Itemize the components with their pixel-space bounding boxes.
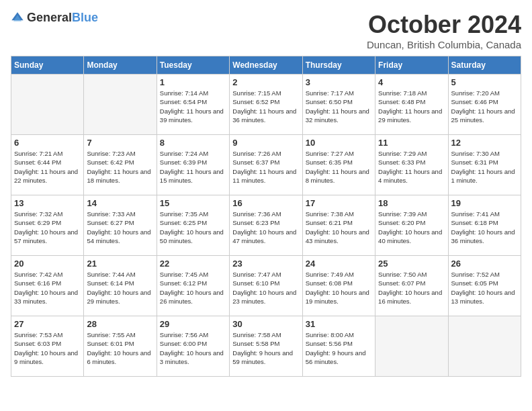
day-info: Sunrise: 7:26 AM Sunset: 6:37 PM Dayligh… xyxy=(232,149,299,185)
header-day-monday: Monday xyxy=(84,56,157,75)
calendar-cell: 13Sunrise: 7:32 AM Sunset: 6:29 PM Dayli… xyxy=(11,195,84,256)
day-number: 22 xyxy=(160,259,226,269)
calendar-cell: 12Sunrise: 7:30 AM Sunset: 6:31 PM Dayli… xyxy=(448,135,521,195)
day-info: Sunrise: 7:58 AM Sunset: 5:58 PM Dayligh… xyxy=(232,330,299,366)
day-number: 4 xyxy=(378,77,445,87)
day-number: 3 xyxy=(306,77,372,87)
day-number: 27 xyxy=(14,319,81,329)
logo-icon xyxy=(11,11,24,25)
day-number: 15 xyxy=(160,198,226,208)
calendar-cell: 26Sunrise: 7:52 AM Sunset: 6:05 PM Dayli… xyxy=(448,256,521,316)
day-info: Sunrise: 7:55 AM Sunset: 6:01 PM Dayligh… xyxy=(87,330,153,366)
day-info: Sunrise: 7:45 AM Sunset: 6:12 PM Dayligh… xyxy=(160,270,226,306)
day-number: 17 xyxy=(306,198,372,208)
day-info: Sunrise: 7:53 AM Sunset: 6:03 PM Dayligh… xyxy=(14,330,81,366)
title-area: October 2024 Duncan, British Columbia, C… xyxy=(367,11,521,50)
day-info: Sunrise: 7:33 AM Sunset: 6:27 PM Dayligh… xyxy=(87,210,153,245)
day-number: 10 xyxy=(306,138,372,148)
day-info: Sunrise: 7:30 AM Sunset: 6:31 PM Dayligh… xyxy=(451,149,518,185)
day-info: Sunrise: 7:20 AM Sunset: 6:46 PM Dayligh… xyxy=(451,89,518,124)
day-info: Sunrise: 7:32 AM Sunset: 6:29 PM Dayligh… xyxy=(14,210,81,245)
day-info: Sunrise: 7:21 AM Sunset: 6:44 PM Dayligh… xyxy=(14,149,81,185)
header-day-tuesday: Tuesday xyxy=(157,56,229,75)
calendar-cell: 15Sunrise: 7:35 AM Sunset: 6:25 PM Dayli… xyxy=(157,195,229,256)
day-number: 1 xyxy=(160,77,226,87)
calendar-week-row: 20Sunrise: 7:42 AM Sunset: 6:16 PM Dayli… xyxy=(11,256,521,316)
day-number: 21 xyxy=(87,259,153,269)
header-day-saturday: Saturday xyxy=(448,56,521,75)
calendar-cell: 17Sunrise: 7:38 AM Sunset: 6:21 PM Dayli… xyxy=(302,195,375,256)
logo-text: GeneralBlue xyxy=(27,11,98,25)
day-info: Sunrise: 7:36 AM Sunset: 6:23 PM Dayligh… xyxy=(232,210,299,245)
calendar-cell: 16Sunrise: 7:36 AM Sunset: 6:23 PM Dayli… xyxy=(230,195,302,256)
calendar-cell: 25Sunrise: 7:50 AM Sunset: 6:07 PM Dayli… xyxy=(375,256,448,316)
calendar-cell: 18Sunrise: 7:39 AM Sunset: 6:20 PM Dayli… xyxy=(375,195,448,256)
day-info: Sunrise: 7:52 AM Sunset: 6:05 PM Dayligh… xyxy=(451,270,518,306)
calendar-cell: 31Sunrise: 8:00 AM Sunset: 5:56 PM Dayli… xyxy=(302,316,375,377)
location-title: Duncan, British Columbia, Canada xyxy=(367,39,521,50)
calendar-cell: 1Sunrise: 7:14 AM Sunset: 6:54 PM Daylig… xyxy=(157,75,229,135)
day-info: Sunrise: 7:15 AM Sunset: 6:52 PM Dayligh… xyxy=(232,89,299,124)
day-info: Sunrise: 7:50 AM Sunset: 6:07 PM Dayligh… xyxy=(378,270,445,306)
day-number: 30 xyxy=(232,319,299,329)
day-info: Sunrise: 7:24 AM Sunset: 6:39 PM Dayligh… xyxy=(160,149,226,185)
calendar-cell: 28Sunrise: 7:55 AM Sunset: 6:01 PM Dayli… xyxy=(84,316,157,377)
logo: GeneralBlue xyxy=(11,11,98,25)
day-info: Sunrise: 7:14 AM Sunset: 6:54 PM Dayligh… xyxy=(160,89,226,124)
calendar-cell: 6Sunrise: 7:21 AM Sunset: 6:44 PM Daylig… xyxy=(11,135,84,195)
day-info: Sunrise: 7:47 AM Sunset: 6:10 PM Dayligh… xyxy=(232,270,299,306)
day-number: 23 xyxy=(232,259,299,269)
header-day-thursday: Thursday xyxy=(302,56,375,75)
day-info: Sunrise: 7:44 AM Sunset: 6:14 PM Dayligh… xyxy=(87,270,153,306)
calendar-cell: 4Sunrise: 7:18 AM Sunset: 6:48 PM Daylig… xyxy=(375,75,448,135)
day-number: 16 xyxy=(232,198,299,208)
day-info: Sunrise: 7:41 AM Sunset: 6:18 PM Dayligh… xyxy=(451,210,518,245)
day-info: Sunrise: 7:27 AM Sunset: 6:35 PM Dayligh… xyxy=(306,149,372,185)
day-number: 9 xyxy=(232,138,299,148)
day-number: 11 xyxy=(378,138,445,148)
day-number: 31 xyxy=(306,319,372,329)
day-info: Sunrise: 7:39 AM Sunset: 6:20 PM Dayligh… xyxy=(378,210,445,245)
day-number: 18 xyxy=(378,198,445,208)
calendar-cell xyxy=(84,75,157,135)
day-number: 20 xyxy=(14,259,81,269)
calendar-cell: 7Sunrise: 7:23 AM Sunset: 6:42 PM Daylig… xyxy=(84,135,157,195)
day-number: 19 xyxy=(451,198,518,208)
day-info: Sunrise: 7:42 AM Sunset: 6:16 PM Dayligh… xyxy=(14,270,81,306)
calendar-cell: 20Sunrise: 7:42 AM Sunset: 6:16 PM Dayli… xyxy=(11,256,84,316)
header-day-friday: Friday xyxy=(375,56,448,75)
calendar-cell: 19Sunrise: 7:41 AM Sunset: 6:18 PM Dayli… xyxy=(448,195,521,256)
day-info: Sunrise: 7:29 AM Sunset: 6:33 PM Dayligh… xyxy=(378,149,445,185)
day-info: Sunrise: 7:49 AM Sunset: 6:08 PM Dayligh… xyxy=(306,270,372,306)
calendar-cell xyxy=(375,316,448,377)
calendar-cell: 24Sunrise: 7:49 AM Sunset: 6:08 PM Dayli… xyxy=(302,256,375,316)
calendar-table: SundayMondayTuesdayWednesdayThursdayFrid… xyxy=(11,56,521,377)
header-day-sunday: Sunday xyxy=(11,56,84,75)
day-number: 7 xyxy=(87,138,153,148)
day-info: Sunrise: 7:17 AM Sunset: 6:50 PM Dayligh… xyxy=(306,89,372,124)
calendar-cell: 8Sunrise: 7:24 AM Sunset: 6:39 PM Daylig… xyxy=(157,135,229,195)
calendar-cell: 2Sunrise: 7:15 AM Sunset: 6:52 PM Daylig… xyxy=(230,75,302,135)
day-number: 6 xyxy=(14,138,81,148)
calendar-week-row: 13Sunrise: 7:32 AM Sunset: 6:29 PM Dayli… xyxy=(11,195,521,256)
calendar-cell: 14Sunrise: 7:33 AM Sunset: 6:27 PM Dayli… xyxy=(84,195,157,256)
calendar-cell: 3Sunrise: 7:17 AM Sunset: 6:50 PM Daylig… xyxy=(302,75,375,135)
calendar-cell xyxy=(11,75,84,135)
day-number: 14 xyxy=(87,198,153,208)
day-number: 12 xyxy=(451,138,518,148)
calendar-cell: 5Sunrise: 7:20 AM Sunset: 6:46 PM Daylig… xyxy=(448,75,521,135)
month-title: October 2024 xyxy=(367,11,521,39)
day-number: 13 xyxy=(14,198,81,208)
day-number: 28 xyxy=(87,319,153,329)
header-day-wednesday: Wednesday xyxy=(230,56,302,75)
calendar-cell: 10Sunrise: 7:27 AM Sunset: 6:35 PM Dayli… xyxy=(302,135,375,195)
day-info: Sunrise: 7:38 AM Sunset: 6:21 PM Dayligh… xyxy=(306,210,372,245)
calendar-cell: 27Sunrise: 7:53 AM Sunset: 6:03 PM Dayli… xyxy=(11,316,84,377)
calendar-cell: 30Sunrise: 7:58 AM Sunset: 5:58 PM Dayli… xyxy=(230,316,302,377)
day-number: 29 xyxy=(160,319,226,329)
day-number: 5 xyxy=(451,77,518,87)
day-number: 2 xyxy=(232,77,299,87)
calendar-week-row: 27Sunrise: 7:53 AM Sunset: 6:03 PM Dayli… xyxy=(11,316,521,377)
day-info: Sunrise: 7:35 AM Sunset: 6:25 PM Dayligh… xyxy=(160,210,226,245)
calendar-cell: 9Sunrise: 7:26 AM Sunset: 6:37 PM Daylig… xyxy=(230,135,302,195)
